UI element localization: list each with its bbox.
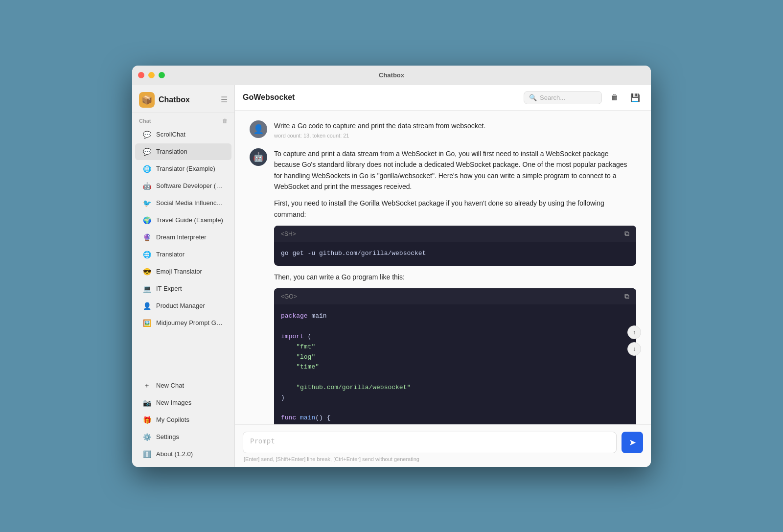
sidebar-item-label-scroll-chat: ScrollChat bbox=[156, 131, 185, 138]
code-block-sh-body: go get -u github.com/gorilla/websocket bbox=[274, 242, 636, 266]
bot-step2-text: Then, you can write a Go program like th… bbox=[274, 272, 636, 282]
search-input[interactable] bbox=[540, 94, 597, 101]
new-chat-label: New Chat bbox=[156, 382, 184, 389]
sidebar-item-icon-translator: 🌐 bbox=[142, 250, 152, 259]
sidebar-item-label-dream-interpreter: Dream Interpreter bbox=[156, 233, 207, 241]
sidebar-item-translation[interactable]: 💬 Translation bbox=[135, 143, 231, 160]
sidebar-item-scroll-chat[interactable]: 💬 ScrollChat bbox=[135, 126, 231, 143]
user-message-meta: word count: 13, token count: 21 bbox=[274, 133, 636, 139]
code-block-sh-header: <SH> ⧉ bbox=[274, 226, 636, 242]
save-icon-btn[interactable]: 💾 bbox=[627, 90, 643, 105]
sidebar-item-icon-midjourney: 🖼️ bbox=[142, 318, 152, 328]
clear-icon-btn[interactable]: 🗑 bbox=[607, 90, 622, 105]
sidebar-item-label-midjourney: Midjourney Prompt Ge... bbox=[156, 319, 225, 326]
sidebar-item-label-translation: Translation bbox=[156, 148, 187, 155]
sidebar-item-settings[interactable]: ⚙️ Settings bbox=[135, 429, 231, 445]
app-icon: 📦 bbox=[139, 92, 155, 108]
input-area: ➤ [Enter] send, [Shift+Enter] line break… bbox=[235, 424, 651, 467]
sidebar-item-new-chat[interactable]: ＋ New Chat bbox=[135, 377, 231, 394]
code-block-go: <GO> ⧉ package main import ( "fmt" "log"… bbox=[274, 288, 636, 424]
sidebar-item-icon-it-expert: 💻 bbox=[142, 284, 152, 294]
settings-icon: ⚙️ bbox=[142, 432, 152, 442]
sidebar-item-label-product-manager: Product Manager bbox=[156, 302, 205, 309]
bot-intro-text: To capture and print a data stream from … bbox=[274, 148, 636, 192]
bot-message: 🤖 To capture and print a data stream fro… bbox=[250, 148, 636, 424]
code-block-go-header: <GO> ⧉ bbox=[274, 288, 636, 304]
messages-container: 👤 Write a Go code to capture and print t… bbox=[235, 111, 651, 424]
copilots-icon: 🎁 bbox=[142, 415, 152, 425]
sidebar-item-translator-example[interactable]: 🌐 Translator (Example) bbox=[135, 161, 231, 177]
sidebar-item-icon-emoji-translator: 😎 bbox=[142, 267, 152, 277]
maximize-button[interactable] bbox=[159, 72, 165, 78]
sidebar-section: Chat 🗑 bbox=[132, 113, 234, 126]
app-name: Chatbox bbox=[159, 95, 190, 104]
sidebar-item-dream-interpreter[interactable]: 🔮 Dream Interpreter bbox=[135, 229, 231, 246]
user-message: 👤 Write a Go code to capture and print t… bbox=[250, 120, 636, 139]
sidebar-item-product-manager[interactable]: 👤 Product Manager bbox=[135, 298, 231, 314]
sidebar: 📦 Chatbox ☰ Chat 🗑 💬 ScrollChat 💬 Transl… bbox=[132, 85, 235, 467]
window-controls bbox=[138, 72, 165, 78]
prompt-input[interactable] bbox=[243, 432, 617, 453]
menu-icon[interactable]: ☰ bbox=[221, 95, 228, 104]
sidebar-item-translator[interactable]: 🌐 Translator bbox=[135, 246, 231, 263]
user-message-text: Write a Go code to capture and print the… bbox=[274, 120, 636, 131]
send-button[interactable]: ➤ bbox=[622, 432, 643, 453]
scroll-buttons: ↑ ↓ bbox=[627, 325, 641, 356]
sidebar-item-label-translator-example: Translator (Example) bbox=[156, 165, 215, 172]
code-block-go-body: package main import ( "fmt" "log" "time"… bbox=[274, 304, 636, 424]
sidebar-item-icon-social-media: 🐦 bbox=[142, 198, 152, 208]
sidebar-item-icon-translation: 💬 bbox=[142, 147, 152, 157]
copy-go-icon[interactable]: ⧉ bbox=[624, 292, 629, 301]
main-layout: 📦 Chatbox ☰ Chat 🗑 💬 ScrollChat 💬 Transl… bbox=[132, 85, 651, 467]
sidebar-header: 📦 Chatbox ☰ bbox=[132, 85, 234, 113]
sidebar-item-label-translator: Translator bbox=[156, 251, 184, 258]
code-block-sh: <SH> ⧉ go get -u github.com/gorilla/webs… bbox=[274, 226, 636, 266]
sidebar-item-icon-scroll-chat: 💬 bbox=[142, 130, 152, 139]
sidebar-item-software-developer[interactable]: 🤖 Software Developer (E... bbox=[135, 178, 231, 194]
sidebar-item-social-media[interactable]: 🐦 Social Media Influencer... bbox=[135, 195, 231, 211]
content-area: GoWebsocket 🔍 🗑 💾 👤 Write a Go code to c… bbox=[235, 85, 651, 467]
close-button[interactable] bbox=[138, 72, 144, 78]
sidebar-items: 💬 ScrollChat 💬 Translation 🌐 Translator … bbox=[132, 126, 234, 332]
sidebar-item-label-it-expert: IT Expert bbox=[156, 285, 182, 292]
new-images-label: New Images bbox=[156, 399, 191, 406]
sidebar-item-icon-dream-interpreter: 🔮 bbox=[142, 232, 152, 242]
copy-sh-icon[interactable]: ⧉ bbox=[624, 230, 629, 238]
scroll-up-button[interactable]: ↑ bbox=[627, 325, 641, 339]
code-lang-go: <GO> bbox=[281, 293, 297, 300]
minimize-button[interactable] bbox=[148, 72, 155, 78]
sidebar-item-new-images[interactable]: 📷 New Images bbox=[135, 394, 231, 411]
search-box[interactable]: 🔍 bbox=[524, 91, 602, 104]
app-window: Chatbox 📦 Chatbox ☰ Chat 🗑 💬 ScrollChat … bbox=[132, 66, 651, 467]
user-avatar: 👤 bbox=[250, 120, 267, 138]
sidebar-item-icon-travel-guide: 🌍 bbox=[142, 215, 152, 225]
window-title: Chatbox bbox=[379, 71, 404, 79]
sidebar-item-label-travel-guide: Travel Guide (Example) bbox=[156, 216, 223, 224]
section-label: Chat bbox=[139, 118, 151, 124]
sidebar-item-label-software-developer: Software Developer (E... bbox=[156, 182, 225, 189]
scroll-down-button[interactable]: ↓ bbox=[627, 342, 641, 356]
search-icon: 🔍 bbox=[529, 94, 537, 101]
new-chat-icon: ＋ bbox=[142, 381, 152, 391]
sidebar-item-travel-guide[interactable]: 🌍 Travel Guide (Example) bbox=[135, 212, 231, 229]
bot-message-content: To capture and print a data stream from … bbox=[274, 148, 636, 424]
input-hint: [Enter] send, [Shift+Enter] line break, … bbox=[243, 456, 643, 462]
sidebar-item-it-expert[interactable]: 💻 IT Expert bbox=[135, 280, 231, 297]
about-icon: ℹ️ bbox=[142, 449, 152, 459]
sidebar-item-about[interactable]: ℹ️ About (1.2.0) bbox=[135, 446, 231, 463]
bot-step1-text: First, you need to install the Gorilla W… bbox=[274, 198, 636, 220]
settings-label: Settings bbox=[156, 433, 179, 440]
topbar: GoWebsocket 🔍 🗑 💾 bbox=[235, 85, 651, 111]
sidebar-item-midjourney[interactable]: 🖼️ Midjourney Prompt Ge... bbox=[135, 315, 231, 331]
chat-title: GoWebsocket bbox=[243, 93, 519, 102]
my-copilots-label: My Copilots bbox=[156, 416, 189, 423]
sidebar-item-icon-product-manager: 👤 bbox=[142, 301, 152, 311]
input-row: ➤ bbox=[243, 432, 643, 453]
user-message-content: Write a Go code to capture and print the… bbox=[274, 120, 636, 139]
bot-avatar: 🤖 bbox=[250, 148, 267, 166]
sidebar-item-emoji-translator[interactable]: 😎 Emoji Translator bbox=[135, 263, 231, 280]
sidebar-bottom: ＋ New Chat 📷 New Images 🎁 My Copilots ⚙️… bbox=[132, 377, 234, 467]
sidebar-item-my-copilots[interactable]: 🎁 My Copilots bbox=[135, 412, 231, 428]
clear-chats-icon[interactable]: 🗑 bbox=[222, 118, 228, 124]
code-lang-sh: <SH> bbox=[281, 231, 296, 237]
